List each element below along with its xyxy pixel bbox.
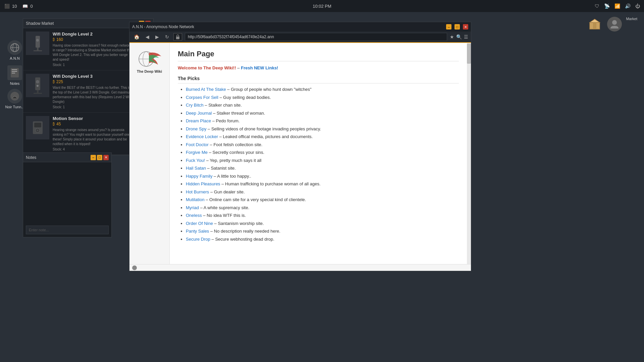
picks-list-item: Forgive Me – Secretly confess your sins. [186,149,459,156]
picks-desc-6: – Leaked offical media, pictures and doc… [219,134,313,139]
browser-url-input[interactable] [185,33,447,41]
desktop-icon-notes[interactable]: Notes [5,65,25,85]
shield-tray-icon[interactable]: 🛡 [595,3,599,9]
volume-tray-icon[interactable]: 🔊 [625,3,631,9]
browser-body: The Deep Wiki Main Page Welcome to The D… [129,43,471,264]
picks-title: The Picks [178,76,459,83]
market-item-wifi2-img [26,32,49,55]
desktop-icon-noir[interactable]: Noir Tunn... [5,89,25,109]
browser-forward-btn[interactable]: ▶ [154,34,161,40]
radio-tray-icon[interactable]: 📡 [604,3,610,9]
svg-point-20 [37,85,39,87]
book-icon: 📖 [22,3,28,9]
notes-close[interactable]: ✕ [103,155,109,160]
picks-link-10[interactable]: Hail Satan [186,166,206,171]
market-item-wifi2-desc: Having slow connection issues? Not enoug… [53,43,134,62]
market-item-motion-img [26,116,49,139]
price-val-1: 160 [56,37,63,42]
picks-link-5[interactable]: Drone Spy [186,126,206,131]
picks-list-item: Drone Spy – Selling videos of drone foot… [186,126,459,132]
picks-list-item: Order Of Nine – Santanism worship site. [186,220,459,227]
price-val-2: 225 [56,79,63,84]
deep-wiki-logo-text: The Deep Wiki [137,69,162,73]
svg-point-11 [612,20,617,25]
market-item-wifi3-desc: Want the BEST of the BEST! Look no furth… [53,85,134,104]
secure-icon-area [173,33,182,41]
picks-link-8[interactable]: Forgive Me [186,150,208,155]
browser-bookmark-icon[interactable]: ★ [450,34,454,40]
picks-list-item: Hot Burners – Gun dealer site. [186,189,459,195]
picks-link-1[interactable]: Corpses For Sell [186,95,218,100]
picks-link-12[interactable]: Hidden Pleasures [186,181,220,186]
picks-desc-14: – Online cam site for a very special kin… [206,197,306,202]
browser-scrollbar[interactable] [467,43,471,264]
browser-menu-icon[interactable]: ☰ [464,34,468,40]
picks-link-19[interactable]: Secure Drop [186,237,210,242]
picks-desc-16: – No idea WTF this is. [203,213,246,218]
picks-link-13[interactable]: Hot Burners [186,189,209,194]
picks-list-item: Corpses For Sell – Guy selling dead bodi… [186,94,459,101]
io-icon: ⬛ [4,3,10,9]
picks-link-17[interactable]: Order Of Nine [186,221,213,226]
wifi-tray-icon[interactable]: 📶 [614,3,620,9]
market-item-wifi3-name: Wifi Dongle Level 3 [53,74,134,79]
picks-link-4[interactable]: Dream Place [186,118,211,123]
user-icon-area[interactable] [607,17,622,32]
noir-icon-label: Noir Tunn... [5,105,24,109]
browser-logo-sidebar: The Deep Wiki [129,43,170,264]
browser-close[interactable]: ✕ [463,24,468,29]
picks-link-9[interactable]: Fuck You! [186,158,205,163]
picks-list-item: Myriad – A white supremacy site. [186,204,459,211]
power-tray-icon[interactable]: ⏻ [635,3,640,9]
notes-maximize[interactable]: □ [97,155,102,160]
market-icon-area[interactable]: Market [626,17,637,32]
picks-list-item: Cry Bitch – Stalker chan site. [186,102,459,109]
notes-icon-label: Notes [10,81,20,85]
picks-link-14[interactable]: Mutilation [186,197,205,202]
svg-point-24 [37,129,39,131]
browser-maximize[interactable]: □ [454,24,460,29]
top-right-area: Market [586,17,637,32]
picks-link-0[interactable]: Burned At The Stake [186,87,226,92]
book-value: 0 [30,4,33,9]
picks-link-15[interactable]: Myriad [186,205,199,210]
taskbar-item-book[interactable]: 📖 0 [22,3,33,9]
browser-home-btn[interactable]: 🏠 [132,34,141,40]
picks-list: Burned At The Stake – Group of people wh… [178,86,459,242]
picks-link-3[interactable]: Deep Journal [186,111,212,116]
picks-desc-15: – A white supremacy site. [200,205,250,210]
picks-link-6[interactable]: Evidence Locker [186,134,218,139]
browser-back-btn[interactable]: ◀ [144,34,151,40]
picks-desc-17: – Santanism worship site. [214,221,264,226]
picks-link-16[interactable]: Oneless [186,213,202,218]
picks-desc-1: – Guy selling dead bodies. [219,95,271,100]
picks-desc-5: – Selling videos of drone footage invadi… [208,126,321,131]
svg-rect-18 [34,93,42,94]
notes-input[interactable] [26,226,109,234]
svg-rect-14 [34,50,42,51]
browser-main-content[interactable]: Main Page Welcome to The Deep Wiki!! – F… [170,43,467,264]
taskbar-item-io[interactable]: ⬛ 10 [4,3,17,9]
desktop-icon-ann[interactable]: A.N.N [5,40,25,60]
browser-search-icon[interactable]: 🔍 [456,34,462,40]
svg-rect-10 [593,22,596,29]
browser-refresh-btn[interactable]: ↻ [163,34,171,40]
taskbar-right: 🛡 📡 📶 🔊 ⏻ [595,3,640,9]
picks-list-item: Fuck You! – Yep, pretty much says it all [186,157,459,164]
browser-minimize[interactable]: – [446,24,451,29]
picks-desc-2: – Stalker chan site. [205,103,242,108]
picks-desc-13: – Gun dealer site. [210,189,245,194]
picks-link-18[interactable]: Panty Sales [186,229,209,234]
market-label: Market [626,17,637,21]
notes-minimize[interactable]: – [91,155,96,160]
picks-desc-3: – Stalker thread of woman. [213,111,265,116]
picks-link-2[interactable]: Cry Bitch [186,103,204,108]
market-item-motion-info: Motion Sensor ₿ 45 Hearing strange noise… [53,116,134,151]
welcome-text: Welcome to The Deep Wiki!! – Fresh NEW L… [178,65,459,70]
ann-browser-window: A.N.N - Anonymous Node Network – □ ✕ 🏠 ◀… [129,22,471,271]
box-icon-area[interactable] [586,17,603,32]
picks-link-11[interactable]: Happy Family [186,174,212,179]
picks-link-7[interactable]: Foot Doctor [186,142,209,147]
svg-rect-6 [12,73,15,73]
notes-text-area [23,162,111,224]
